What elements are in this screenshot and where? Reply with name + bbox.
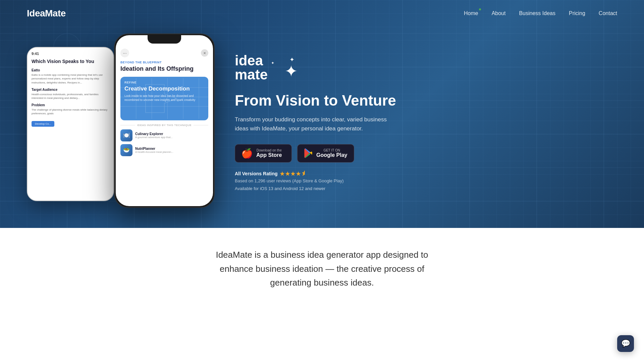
section-1-text: Health-conscious individuals, profession… bbox=[32, 93, 109, 100]
phone-card-label: REFINE bbox=[124, 81, 204, 84]
idea-1-name: NutriPlanner bbox=[135, 147, 173, 150]
nav-item-business-ideas[interactable]: Business Ideas bbox=[519, 10, 555, 16]
idea-0-thumb: 🍽️ bbox=[120, 129, 132, 141]
store-buttons: 🍎 Download on the App Store GET IT ON bbox=[235, 144, 617, 163]
nav-item-contact[interactable]: Contact bbox=[599, 10, 617, 16]
hero-title: From Vision to Venture bbox=[235, 92, 617, 110]
idea-0-desc: A gourmet adventure app that... bbox=[135, 136, 173, 139]
hero-section: IdeaMate Home About Business Ideas Prici… bbox=[0, 0, 644, 228]
hero-description: Transform your budding concepts into cle… bbox=[235, 115, 396, 133]
google-play-icon bbox=[304, 148, 313, 158]
phone-notch bbox=[148, 34, 181, 44]
idea-1-thumb: 🥗 bbox=[120, 144, 132, 156]
phones-container: 9:41 Which Vision Speaks to You Eatto Ea… bbox=[27, 34, 215, 208]
star-1: ★ bbox=[280, 171, 284, 177]
hero-right: idea mate ✦ ✦ ✦ From Vision to Venture T… bbox=[235, 47, 617, 194]
app-store-button[interactable]: 🍎 Download on the App Store bbox=[235, 144, 292, 163]
phone-close-icon[interactable]: ✕ bbox=[201, 49, 208, 57]
phone-front: ··· ✕ BEYOND THE BLUEPRINT Ideation and … bbox=[114, 34, 215, 208]
rating-title: All Versions Rating ★ ★ ★ ★ ⯨ bbox=[235, 171, 617, 177]
idea-0-name: Culinary Explorer bbox=[135, 132, 173, 136]
google-play-sub: GET IT ON bbox=[316, 148, 347, 152]
phone-back-section-1: Target Audience Health-conscious individ… bbox=[32, 88, 109, 100]
google-play-text: GET IT ON Google Play bbox=[316, 148, 347, 158]
nav-link-home[interactable]: Home bbox=[464, 10, 478, 16]
star-5-half: ⯨ bbox=[301, 171, 307, 177]
section-2-title: Problem bbox=[32, 103, 109, 107]
star-small-2-icon: ✦ bbox=[271, 61, 274, 65]
navbar: IdeaMate Home About Business Ideas Prici… bbox=[0, 0, 644, 27]
idea-1-desc: A health-focused meal plannin... bbox=[135, 150, 173, 154]
star-main-icon: ✦ bbox=[284, 63, 298, 79]
phone-back-title: Which Vision Speaks to You bbox=[32, 58, 109, 64]
app-store-sub: Download on the bbox=[256, 148, 282, 152]
phone-back-time: 9:41 bbox=[32, 52, 109, 56]
rating-section: All Versions Rating ★ ★ ★ ★ ⯨ Based on 1… bbox=[235, 171, 617, 191]
section-2-text: The challenge of planning diverse meals … bbox=[32, 108, 109, 115]
app-store-text: Download on the App Store bbox=[256, 148, 282, 158]
star-rating: ★ ★ ★ ★ ⯨ bbox=[280, 171, 307, 177]
bottom-text: IdeaMate is a business idea generator ap… bbox=[205, 248, 439, 290]
star-2: ★ bbox=[285, 171, 290, 177]
phone-back: 9:41 Which Vision Speaks to You Eatto Ea… bbox=[27, 47, 114, 201]
section-0-title: Eatto bbox=[32, 68, 109, 72]
phone-divider: IDEAS INSPIRED BY THIS TECHNIQUE bbox=[120, 124, 208, 127]
brand-stars: ✦ ✦ ✦ bbox=[271, 56, 298, 79]
apple-icon: 🍎 bbox=[241, 148, 253, 159]
availability-text: Available for iOS 13 and Android 12 and … bbox=[235, 186, 617, 191]
star-4: ★ bbox=[296, 171, 301, 177]
phone-idea-1: 🥗 NutriPlanner A health-focused meal pla… bbox=[120, 144, 208, 156]
nav-item-pricing[interactable]: Pricing bbox=[569, 10, 585, 16]
nav-item-about[interactable]: About bbox=[492, 10, 506, 16]
phone-back-section-0: Eatto Eatto is a mobile app combining me… bbox=[32, 68, 109, 84]
section-1-title: Target Audience bbox=[32, 88, 109, 92]
bottom-section: IdeaMate is a business idea generator ap… bbox=[0, 228, 644, 310]
nav-item-home[interactable]: Home bbox=[464, 10, 478, 16]
section-0-text: Eatto is a mobile app combining meal pla… bbox=[32, 73, 109, 84]
hero-content: 9:41 Which Vision Speaks to You Eatto Ea… bbox=[0, 27, 644, 228]
star-3: ★ bbox=[290, 171, 295, 177]
phone-technique-card: REFINE Creative Decomposition Look insid… bbox=[120, 77, 208, 120]
phone-article-title: Ideation and Its Offspring bbox=[120, 65, 208, 73]
phone-menu-icon[interactable]: ··· bbox=[120, 49, 129, 57]
google-play-button[interactable]: GET IT ON Google Play bbox=[297, 144, 354, 163]
phone-screen: ··· ✕ BEYOND THE BLUEPRINT Ideation and … bbox=[116, 35, 213, 206]
nav-logo[interactable]: IdeaMate bbox=[27, 8, 66, 19]
brand-logo: idea mate ✦ ✦ ✦ bbox=[235, 54, 617, 82]
phone-topbar: ··· ✕ bbox=[120, 49, 208, 57]
rating-reviews: Based on 1,296 user reviews (App Store &… bbox=[235, 178, 617, 183]
phone-back-section-2: Problem The challenge of planning divers… bbox=[32, 103, 109, 115]
nav-link-pricing[interactable]: Pricing bbox=[569, 10, 585, 16]
google-play-main: Google Play bbox=[316, 152, 347, 158]
phone-back-btn[interactable]: Develop Co... bbox=[32, 121, 54, 127]
brand-logo-text: idea mate bbox=[235, 54, 268, 82]
nav-link-about[interactable]: About bbox=[492, 10, 506, 16]
nav-link-business-ideas[interactable]: Business Ideas bbox=[519, 10, 555, 16]
app-store-main: App Store bbox=[256, 152, 282, 158]
phone-card-title: Creative Decomposition bbox=[124, 85, 204, 92]
nav-links: Home About Business Ideas Pricing Contac… bbox=[464, 10, 617, 16]
nav-link-contact[interactable]: Contact bbox=[599, 10, 617, 16]
phone-article-tag: BEYOND THE BLUEPRINT bbox=[120, 61, 208, 64]
phone-idea-0: 🍽️ Culinary Explorer A gourmet adventure… bbox=[120, 129, 208, 141]
phone-card-desc: Look inside to see how your idea can be … bbox=[124, 94, 204, 102]
